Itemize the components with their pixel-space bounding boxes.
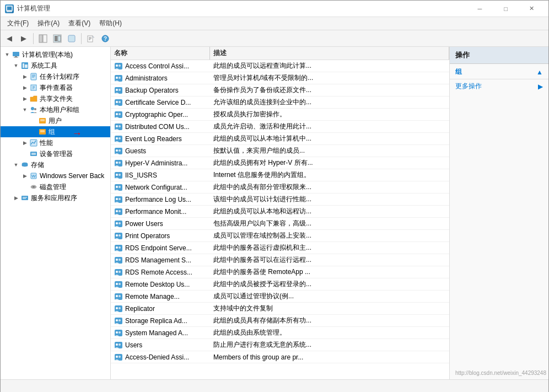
content-panel: 名称 描述 Access Control Assi...此组的成员可以远程查询此…: [111, 47, 449, 379]
task-scheduler-icon: [29, 72, 38, 81]
svg-point-52: [116, 77, 118, 79]
minimize-button[interactable]: ─: [467, 3, 492, 15]
tree-label-local-users: 本地用户和组: [40, 105, 79, 115]
list-row[interactable]: Replicator支持域中的文件复制: [111, 303, 449, 315]
list-row[interactable]: Remote Manage...成员可以通过管理协议(例...: [111, 291, 449, 303]
list-row[interactable]: RDS Endpoint Serve...此组中的服务器运行虚拟机和主...: [111, 242, 449, 254]
tree-item-disk-management[interactable]: 磁盘管理: [1, 181, 110, 192]
svg-point-89: [119, 222, 121, 224]
list-row[interactable]: Backup Operators备份操作员为了备份或还原文件...: [111, 84, 449, 96]
watermark: http://blog.csdn.net/weixin_44293248: [455, 370, 546, 376]
up-button[interactable]: [51, 32, 64, 45]
close-button[interactable]: ✕: [519, 3, 544, 15]
list-row[interactable]: Event Log Readers此组的成员可以从本地计算机中...: [111, 133, 449, 145]
actions-title: 操作: [450, 47, 548, 64]
list-row[interactable]: Guests按默认值，来宾用户组的成员...: [111, 145, 449, 157]
list-row[interactable]: Performance Log Us...该组中的成员可以计划进行性能...: [111, 194, 449, 206]
menu-file[interactable]: 文件(F): [3, 17, 33, 30]
list-row[interactable]: Access Control Assi...此组的成员可以远程查询此计算...: [111, 60, 449, 72]
svg-rect-21: [31, 73, 36, 80]
svg-point-83: [119, 198, 121, 200]
list-row[interactable]: Certificate Service D...允许该组的成员连接到企业中的..…: [111, 96, 449, 109]
menu-action[interactable]: 操作(A): [33, 17, 64, 30]
expander-system-tools: ▼: [12, 61, 20, 70]
svg-point-110: [119, 307, 121, 309]
list-cell-desc: 此组中的成员有部分管理权限来...: [210, 181, 449, 193]
status-bar: [1, 379, 548, 392]
actions-more[interactable]: 更多操作 ▶: [450, 79, 548, 93]
list-row[interactable]: RDS Management S...此组中的服务器可以在运行远程...: [111, 254, 449, 266]
list-row[interactable]: Storage Replica Ad...此组的成员具有存储副本所有功...: [111, 315, 449, 327]
tree-item-event-viewer[interactable]: ▶ 事件查看器: [1, 82, 110, 93]
svg-point-88: [116, 222, 118, 224]
maximize-button[interactable]: □: [493, 3, 518, 15]
expander-wsb: ▶: [20, 171, 29, 180]
tree-item-users[interactable]: 用户: [1, 115, 110, 126]
svg-rect-66: [115, 136, 122, 142]
tree-item-groups[interactable]: 组 ←: [1, 126, 110, 137]
tree-item-shared-folders[interactable]: ▶ 共享文件夹: [1, 93, 110, 104]
export-button[interactable]: [84, 32, 98, 45]
list-row[interactable]: Performance Monit...此组的成员可以从本地和远程访...: [111, 206, 449, 218]
header-name[interactable]: 名称: [111, 47, 210, 60]
list-cell-name: RDS Management S...: [111, 255, 210, 266]
tree-item-computer[interactable]: ▼ 计算机管理(本地): [1, 49, 110, 60]
tree-item-storage[interactable]: ▼ 存储: [1, 159, 110, 170]
tree-item-services-apps[interactable]: ▶ 服务和应用程序: [1, 192, 110, 203]
list-cell-desc: 该组中的成员可以计划进行性能...: [210, 194, 449, 205]
actions-section-title: 组 ▲: [450, 64, 548, 79]
header-desc[interactable]: 描述: [210, 47, 449, 60]
row-name-text: Replicator: [125, 305, 155, 313]
svg-rect-114: [115, 330, 122, 336]
svg-rect-57: [115, 99, 122, 106]
list-row[interactable]: Print Operators成员可以管理在域控制器上安装...: [111, 230, 449, 242]
list-row[interactable]: Power Users包括高级用户以向下兼容，高级...: [111, 218, 449, 230]
shared-folders-icon: [29, 94, 38, 103]
help-icon-button[interactable]: ?: [99, 32, 112, 45]
tree-item-local-users[interactable]: ▼ 本地用户和组: [1, 104, 110, 115]
list-row[interactable]: RDS Remote Access...此组中的服务器使 RemoteApp .…: [111, 266, 449, 278]
svg-point-94: [116, 246, 118, 249]
refresh-button[interactable]: [65, 32, 78, 45]
tree-label-storage: 存储: [31, 160, 44, 170]
list-row[interactable]: Remote Desktop Us...此组中的成员被授予远程登录的...: [111, 278, 449, 291]
svg-point-121: [116, 356, 118, 358]
tree-item-system-tools[interactable]: ▼ 系统工具: [1, 60, 110, 71]
row-name-text: Access Control Assi...: [125, 62, 189, 70]
svg-rect-69: [115, 148, 122, 154]
list-cell-desc: 此组中的服务器运行虚拟机和主...: [210, 242, 449, 254]
forward-button[interactable]: ▶: [17, 32, 30, 45]
list-cell-desc: 支持域中的文件复制: [210, 303, 449, 314]
list-row[interactable]: Cryptographic Oper...授权成员执行加密操作。: [111, 109, 449, 121]
list-row[interactable]: Hyper-V Administra...此组的成员拥有对 Hyper-V 所有…: [111, 157, 449, 169]
row-name-text: Network Configurat...: [125, 184, 187, 191]
svg-rect-81: [115, 196, 122, 203]
groups-icon: [38, 127, 47, 136]
row-icon: [114, 268, 123, 277]
back-button[interactable]: ◀: [3, 32, 16, 45]
svg-point-80: [119, 186, 121, 188]
list-row[interactable]: Access-Denied Assi...Members of this gro…: [111, 351, 449, 363]
tree-item-task-scheduler[interactable]: ▶ 任务计划程序: [1, 71, 110, 82]
menu-view[interactable]: 查看(V): [64, 17, 95, 30]
tree-label-wsb: Windows Server Back: [40, 172, 104, 180]
svg-point-70: [116, 149, 118, 152]
list-row[interactable]: Users防止用户进行有意或无意的系统...: [111, 339, 449, 351]
show-hide-button[interactable]: [36, 32, 50, 45]
list-row[interactable]: Administrators管理员对计算机/域有不受限制的...: [111, 72, 449, 84]
tree-item-device-manager[interactable]: 设备管理器: [1, 148, 110, 159]
list-row[interactable]: System Managed A...此组的成员由系统管理。: [111, 327, 449, 339]
svg-rect-84: [115, 208, 122, 215]
list-cell-desc: 此组中的服务器使 RemoteApp ...: [210, 266, 449, 278]
row-icon: [114, 304, 123, 313]
list-row[interactable]: Network Configurat...此组中的成员有部分管理权限来...: [111, 181, 449, 194]
svg-point-112: [116, 319, 118, 321]
list-row[interactable]: Distributed COM Us...成员允许启动、激活和使用此计...: [111, 121, 449, 133]
row-name-text: Cryptographic Oper...: [125, 111, 188, 119]
tree-item-performance[interactable]: ▶ 性能: [1, 137, 110, 148]
tree-item-wsb[interactable]: ▶ W Windows Server Back: [1, 170, 110, 181]
menu-help[interactable]: 帮助(H): [95, 17, 126, 30]
list-cell-desc: Members of this group are pr...: [210, 352, 449, 362]
list-row[interactable]: IIS_IUSRSInternet 信息服务使用的内置组。: [111, 169, 449, 181]
svg-point-55: [116, 89, 118, 91]
